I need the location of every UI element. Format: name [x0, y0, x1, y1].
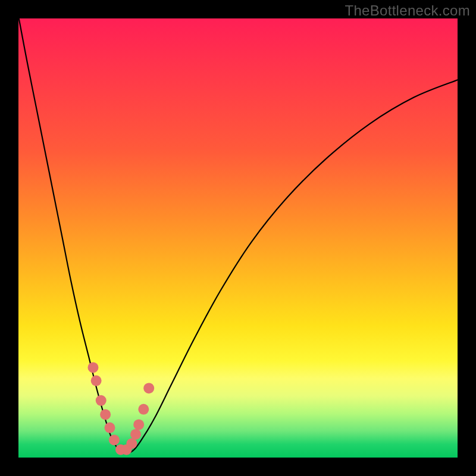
watermark-text: TheBottleneck.com: [345, 2, 470, 19]
curve-marker: [130, 429, 141, 440]
curve-marker: [100, 409, 111, 420]
curve-svg: [18, 18, 458, 458]
curve-marker: [109, 434, 120, 445]
curve-marker: [133, 419, 144, 430]
curve-marker: [87, 362, 98, 373]
curve-marker: [143, 383, 154, 393]
curve-marker: [105, 422, 115, 433]
marker-group: [87, 362, 154, 455]
curve-marker: [126, 438, 137, 449]
curve-marker: [91, 375, 102, 386]
chart-frame: TheBottleneck.com: [0, 0, 476, 476]
bottleneck-curve: [19, 18, 458, 453]
plot-area: [18, 18, 458, 458]
curve-marker: [96, 395, 107, 406]
curve-marker: [138, 404, 149, 415]
